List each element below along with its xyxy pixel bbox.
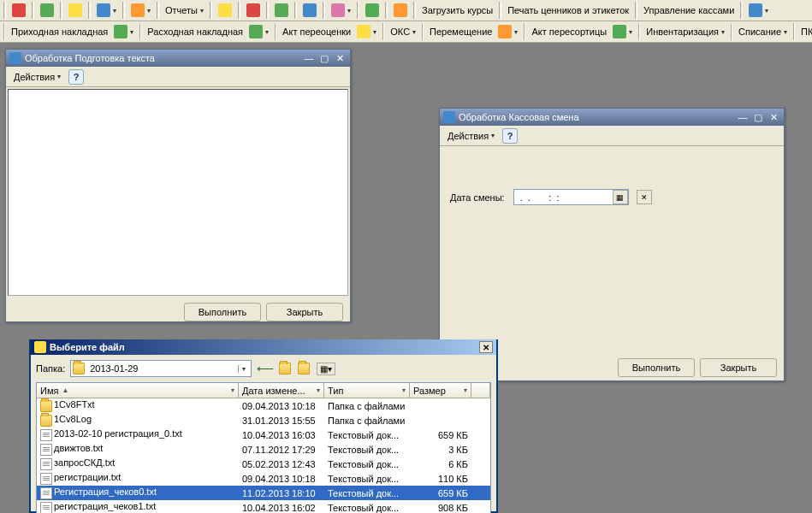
col-date[interactable]: Дата измене...▾ — [239, 383, 324, 398]
minimize-icon[interactable]: — — [302, 52, 316, 64]
views-icon[interactable]: ▦▾ — [317, 363, 335, 375]
maximize-icon[interactable]: ▢ — [751, 111, 765, 123]
percent-icon — [357, 25, 370, 38]
date-input-group: ▦ — [513, 189, 629, 205]
maximize-icon[interactable]: ▢ — [317, 52, 331, 64]
tb2-inventory[interactable]: Инвентаризация▾ — [642, 23, 729, 40]
tb1-icon-1[interactable] — [8, 2, 30, 19]
file-row[interactable]: 1Cv8FTxt09.04.2013 10:18Папка с файлами — [37, 398, 490, 413]
file-list-header: Имя▲▾ Дата измене...▾ Тип▾ Размер▾ — [37, 383, 490, 398]
file-row[interactable]: регистрация_чеков1.txt10.04.2013 16:02Те… — [37, 500, 490, 513]
arrow-icon — [498, 25, 512, 38]
tb1-icon-2[interactable] — [36, 2, 58, 19]
tb1-icon-10[interactable]: ▾ — [327, 2, 355, 19]
window-body: Дата смены: ▦ ✕ — [440, 146, 784, 353]
tb1-icon-13[interactable]: ▾ — [744, 2, 773, 19]
tb1-icon-4[interactable]: ▾ — [92, 2, 121, 19]
new-folder-icon[interactable] — [298, 363, 310, 374]
tb2-move[interactable]: Перемещение ▾ — [425, 23, 522, 40]
date-input[interactable] — [514, 192, 613, 203]
col-size[interactable]: Размер▾ — [410, 383, 471, 398]
tb2-revaluation[interactable]: Акт переоценки ▾ — [278, 23, 381, 40]
run-button[interactable]: Выполнить — [184, 303, 261, 321]
tb1-icon-3[interactable] — [64, 2, 86, 19]
tb2-out-invoice[interactable]: Расходная накладная ▾ — [143, 23, 273, 40]
tb2-in-invoice[interactable]: Приходная накладная ▾ — [7, 23, 138, 40]
folder-label: Папка: — [36, 363, 65, 374]
chevron-down-icon: ▾ — [238, 365, 249, 373]
dlg-icon — [34, 341, 46, 353]
tb1-icon-12[interactable] — [389, 2, 412, 19]
col-type[interactable]: Тип▾ — [324, 383, 410, 398]
clear-date-icon[interactable]: ✕ — [637, 190, 652, 204]
file-icon — [40, 487, 52, 499]
close-icon[interactable]: ✕ — [767, 111, 780, 123]
file-icon — [40, 473, 52, 485]
window-body — [8, 89, 348, 296]
folder-icon — [73, 363, 85, 374]
minimize-icon[interactable]: — — [736, 111, 750, 123]
tb1-icon-5[interactable]: ▾ — [127, 2, 155, 19]
calendar-icon[interactable]: ▦ — [613, 190, 628, 204]
folder-combo[interactable]: 2013-01-29 ▾ — [70, 360, 252, 377]
plus-icon — [249, 25, 263, 38]
tb2-pko[interactable]: ПКО — [797, 23, 812, 40]
dlg-title: Выберите файл — [50, 342, 125, 352]
file-row[interactable]: Регистрация_чеков0.txt11.02.2013 18:10Те… — [37, 486, 490, 500]
file-icon — [40, 429, 52, 441]
tb1-icon-9[interactable] — [299, 2, 321, 19]
help-icon[interactable]: ? — [68, 69, 84, 85]
tb2-resort[interactable]: Акт пересортицы ▾ — [527, 23, 637, 40]
file-icon — [40, 502, 52, 513]
actions-menu[interactable]: Действия▾ — [9, 68, 65, 86]
toolbar-1: ▾ ▾ Отчеты▾ ▾ Загрузить курсы Печать цен… — [0, 0, 812, 21]
toolbar-2: Приходная накладная ▾ Расходная накладна… — [0, 21, 812, 43]
close-icon[interactable]: ✕ — [479, 341, 493, 353]
up-folder-icon[interactable] — [279, 363, 291, 374]
window-text-prep: Обработка Подготовка текста — ▢ ✕ Действ… — [5, 49, 351, 322]
tb1-icon-8[interactable] — [270, 2, 293, 19]
file-dialog: Выберите файл ✕ Папка: 2013-01-29 ▾ ⟵ ▦▾… — [29, 339, 498, 513]
file-icon — [40, 444, 52, 456]
col-name[interactable]: Имя▲▾ — [37, 383, 239, 398]
run-button[interactable]: Выполнить — [618, 358, 695, 377]
file-row[interactable]: регистрации.txt09.04.2013 10:18Текстовый… — [37, 471, 490, 486]
file-row[interactable]: 1Cv8Log31.01.2013 15:55Папка с файлами — [37, 413, 490, 428]
tb1-print-tags[interactable]: Печать ценников и этикеток — [503, 2, 633, 19]
file-row[interactable]: 2013-02-10 регистрация_0.txt10.04.2013 1… — [37, 428, 490, 442]
window-icon — [9, 52, 21, 64]
tb1-icon-6[interactable] — [214, 2, 236, 19]
help-icon[interactable]: ? — [502, 128, 518, 144]
close-icon[interactable]: ✕ — [333, 52, 347, 64]
tb1-reports[interactable]: Отчеты▾ — [161, 2, 208, 19]
back-icon[interactable]: ⟵ — [257, 362, 274, 375]
tb1-icon-7[interactable] — [242, 2, 264, 19]
folder-icon — [40, 415, 52, 427]
file-row[interactable]: движтов.txt07.11.2012 17:29Текстовый док… — [37, 442, 490, 457]
tb1-icon-11[interactable] — [361, 2, 383, 19]
file-list: Имя▲▾ Дата измене...▾ Тип▾ Размер▾ 1Cv8F… — [36, 382, 491, 513]
file-icon — [40, 458, 52, 470]
actions-menu[interactable]: Действия▾ — [443, 127, 499, 144]
tb2-writeoff[interactable]: Списание▾ — [734, 23, 791, 40]
window-icon — [443, 111, 455, 123]
folder-icon — [40, 400, 52, 412]
list-icon — [613, 25, 626, 38]
window-title: Обработка Кассовая смена — [459, 112, 579, 122]
close-button[interactable]: Закрыть — [266, 303, 343, 321]
window-title: Обработка Подготовка текста — [25, 53, 155, 63]
plus-icon — [114, 25, 127, 38]
file-row[interactable]: запросСКД.txt05.02.2013 12:43Текстовый д… — [37, 457, 490, 471]
tb1-load-rates[interactable]: Загрузить курсы — [418, 2, 497, 19]
tb1-cash-mgmt[interactable]: Управление кассами — [639, 2, 738, 19]
tb2-oks[interactable]: ОКС▾ — [386, 23, 420, 40]
date-label: Дата смены: — [450, 192, 505, 203]
close-button[interactable]: Закрыть — [700, 358, 777, 377]
